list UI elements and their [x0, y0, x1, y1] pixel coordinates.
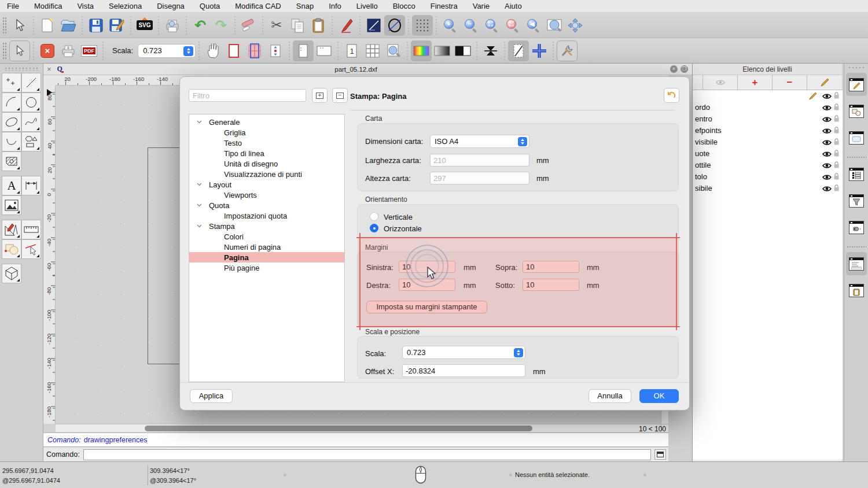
ellipse-tool-button[interactable]	[2, 112, 21, 132]
shape-tool-button[interactable]	[21, 132, 41, 151]
menu-item[interactable]: Finestra	[431, 2, 458, 10]
layer-visible-eye-icon[interactable]	[822, 127, 832, 136]
toolbar-drag-handle[interactable]	[2, 42, 7, 60]
pdf-export-button[interactable]: PDF	[79, 40, 100, 61]
layer-row[interactable]: visibile	[693, 136, 843, 148]
offset-x-input[interactable]	[402, 364, 525, 377]
grid-toggle-button[interactable]	[412, 15, 433, 36]
tree-item[interactable]: Colori	[189, 231, 344, 242]
measure-tools-button[interactable]	[21, 220, 41, 239]
horizontal-scrollbar[interactable]	[56, 424, 661, 432]
layer-row[interactable]: sibile	[693, 183, 843, 194]
tree-item[interactable]: Più pagine	[189, 263, 344, 273]
menu-item[interactable]: File	[7, 2, 19, 10]
cut-button[interactable]: ✂	[266, 15, 287, 36]
single-page-button[interactable]: 1	[341, 40, 362, 61]
scale-combobox[interactable]: 0.723	[138, 44, 196, 58]
layer-visible-eye-icon[interactable]	[822, 139, 832, 147]
clipboard-panel-button[interactable]	[846, 279, 867, 302]
menu-item[interactable]: Aiuto	[505, 2, 522, 10]
stepper-icon[interactable]	[518, 137, 527, 146]
paper-size-select[interactable]: ISO A4	[430, 135, 529, 148]
auto-fit-drawing-button[interactable]	[265, 40, 286, 61]
menu-item[interactable]: Modifica CAD	[235, 2, 281, 10]
layer-row[interactable]: ottile	[693, 160, 843, 171]
menu-item[interactable]: Vista	[77, 2, 94, 10]
menu-item[interactable]: Modifica	[34, 2, 62, 10]
layer-lock-icon[interactable]	[833, 115, 840, 124]
zoom-to-page-button[interactable]	[383, 40, 404, 61]
chevron-down-icon[interactable]	[194, 204, 204, 207]
ellipse-mode-button[interactable]	[384, 15, 405, 36]
layer-lock-icon[interactable]	[833, 92, 840, 101]
menu-item[interactable]: Info	[329, 2, 341, 10]
preview-pointer-button[interactable]	[9, 40, 30, 61]
line-tool-button[interactable]	[21, 73, 41, 93]
chevron-down-icon[interactable]	[194, 120, 204, 124]
layer-visible-eye-icon[interactable]	[822, 185, 832, 194]
layer-visible-eye-icon[interactable]	[822, 104, 832, 113]
crop-marks-button[interactable]	[529, 40, 550, 61]
tree-item[interactable]: Impostazioni quota	[189, 210, 344, 221]
polyline-tool-button[interactable]	[2, 132, 21, 151]
ok-button[interactable]: OK	[639, 389, 679, 403]
layer-lock-icon[interactable]	[833, 138, 840, 147]
menu-item[interactable]: Livello	[356, 2, 378, 10]
portrait-radio-label[interactable]: Verticale	[384, 213, 413, 221]
chevron-down-icon[interactable]	[194, 224, 204, 228]
pan-hand-button[interactable]	[203, 40, 223, 61]
tree-item[interactable]: Tipo di linea	[189, 148, 344, 158]
layer-visible-eye-icon[interactable]	[822, 150, 832, 159]
layer-visible-eye-icon[interactable]	[822, 173, 832, 182]
auto-zoom-button[interactable]	[565, 15, 586, 36]
preferences-filter-input[interactable]	[189, 89, 306, 102]
view-list-panel-button[interactable]	[846, 126, 867, 149]
save-button[interactable]	[86, 15, 106, 36]
circle-tool-button[interactable]	[21, 93, 41, 112]
panel-detach-icon[interactable]: ❐	[681, 65, 688, 73]
arc-tool-button[interactable]	[2, 93, 21, 112]
margin-bottom-input[interactable]	[523, 279, 579, 291]
paste-button[interactable]	[308, 15, 329, 36]
tree-item[interactable]: Pagina	[189, 252, 344, 263]
selection-filter-panel-button[interactable]	[846, 189, 867, 212]
portrait-radio[interactable]	[370, 212, 378, 221]
landscape-page-button[interactable]	[314, 40, 334, 61]
text-tool-button[interactable]: A	[2, 176, 21, 195]
spline-tool-button[interactable]	[21, 112, 41, 132]
layer-lock-icon[interactable]	[833, 161, 840, 171]
page-borders-toggle-button[interactable]	[508, 40, 529, 61]
scrollbar-thumb[interactable]	[145, 426, 532, 431]
point-tool-button[interactable]	[2, 73, 21, 93]
tree-item[interactable]: Stampa	[189, 221, 344, 231]
tree-item[interactable]: Griglia	[189, 127, 344, 138]
image-tool-button[interactable]	[2, 195, 21, 215]
menu-item[interactable]: Blocco	[393, 2, 415, 10]
margin-top-input[interactable]	[523, 261, 579, 273]
menu-item[interactable]: Quota	[200, 2, 220, 10]
open-file-button[interactable]	[58, 15, 79, 36]
svg-export-button[interactable]: SVG	[134, 15, 155, 36]
new-file-button[interactable]	[37, 15, 58, 36]
settings-tools-button[interactable]	[557, 40, 578, 61]
menu-item[interactable]: Snap	[296, 2, 314, 10]
tree-item[interactable]: Generale	[189, 117, 344, 127]
menu-item[interactable]: Varie	[473, 2, 490, 10]
tree-item[interactable]: Viewports	[189, 190, 344, 200]
toggle-all-layers-button[interactable]	[703, 75, 738, 90]
command-input[interactable]	[83, 449, 651, 460]
portrait-page-button[interactable]	[293, 40, 314, 61]
solid-tools-button[interactable]	[2, 264, 21, 283]
layer-lock-icon[interactable]	[833, 103, 840, 113]
margin-right-input[interactable]	[399, 279, 455, 291]
landscape-radio[interactable]	[370, 224, 378, 232]
scale-combobox[interactable]: 0.723	[402, 346, 525, 359]
copy-button[interactable]	[287, 15, 308, 36]
expand-all-button[interactable]: +	[312, 88, 328, 103]
menu-item[interactable]: Seleziona	[109, 2, 142, 10]
collapse-all-button[interactable]: −	[332, 88, 348, 103]
full-color-mode-button[interactable]	[411, 40, 432, 61]
layer-row[interactable]: ordo	[693, 102, 843, 113]
layer-row[interactable]: entro	[693, 113, 843, 125]
dock-drag-handle[interactable]	[848, 66, 865, 69]
